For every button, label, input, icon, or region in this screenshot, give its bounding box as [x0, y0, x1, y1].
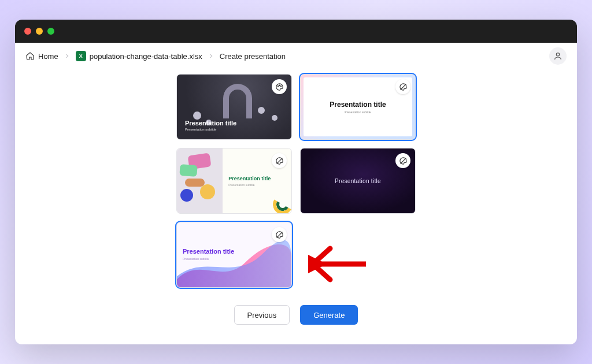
svg-point-0: [556, 53, 559, 56]
breadcrumb: Home X population-change-data-table.xlsx…: [25, 51, 549, 61]
chevron-right-icon: [64, 53, 70, 59]
template-style-badge[interactable]: [272, 227, 287, 242]
previous-button[interactable]: Previous: [234, 305, 290, 325]
minimize-window-button[interactable]: [36, 28, 43, 35]
wizard-footer: Previous Generate: [234, 296, 358, 337]
maximize-window-button[interactable]: [47, 28, 54, 35]
breadcrumb-separator: [64, 52, 70, 61]
account-button[interactable]: [549, 47, 567, 65]
template-title: Presentation title: [183, 248, 234, 255]
palette-icon: [275, 83, 284, 91]
breadcrumb-current: Create presentation: [220, 52, 286, 61]
window-titlebar: [15, 20, 577, 43]
template-subtitle: Presentation subtitle: [185, 128, 236, 131]
breadcrumb-file-label: population-change-data-table.xlsx: [90, 52, 202, 61]
window-controls: [24, 28, 54, 35]
excel-file-icon: X: [76, 51, 86, 61]
top-bar: Home X population-change-data-table.xlsx…: [15, 43, 577, 69]
breadcrumb-home[interactable]: Home: [25, 51, 58, 61]
no-style-icon: [399, 83, 408, 91]
chevron-right-icon: [208, 53, 214, 59]
template-style-badge[interactable]: [395, 79, 410, 94]
template-card-1[interactable]: Presentation title Presentation subtitle: [176, 74, 292, 140]
no-style-icon: [275, 157, 284, 165]
template-style-badge[interactable]: [395, 153, 410, 168]
content-area: Presentation title Presentation subtitle…: [15, 69, 577, 344]
template-card-4[interactable]: Presentation title: [300, 148, 416, 214]
template-title: Presentation title: [335, 178, 381, 184]
template-title: Presentation title: [228, 176, 291, 181]
app-window: Home X population-change-data-table.xlsx…: [15, 20, 577, 344]
template-grid: Presentation title Presentation subtitle…: [176, 69, 416, 288]
template-thumbnail: [177, 148, 223, 213]
svg-point-3: [280, 86, 282, 87]
template-title: Presentation title: [185, 120, 236, 127]
generate-button[interactable]: Generate: [300, 305, 358, 325]
template-title: Presentation title: [330, 101, 386, 109]
breadcrumb-separator: [208, 52, 214, 61]
template-card-3[interactable]: Presentation title Presentation subtitle: [176, 148, 292, 214]
no-style-icon: [275, 231, 284, 239]
template-style-badge[interactable]: [272, 153, 287, 168]
template-card-5[interactable]: Presentation title Presentation subtitle: [176, 222, 292, 288]
template-style-badge[interactable]: [272, 79, 287, 94]
svg-point-1: [278, 86, 279, 87]
user-icon: [553, 51, 563, 61]
close-window-button[interactable]: [24, 28, 31, 35]
home-icon: [25, 51, 35, 61]
breadcrumb-home-label: Home: [38, 52, 58, 61]
breadcrumb-file[interactable]: X population-change-data-table.xlsx: [76, 51, 202, 61]
svg-point-2: [279, 84, 280, 86]
no-style-icon: [399, 157, 408, 165]
template-subtitle: Presentation subtitle: [345, 110, 371, 114]
template-subtitle: Presentation subtitle: [183, 257, 209, 261]
template-subtitle: Presentation subtitle: [228, 183, 291, 187]
template-card-2[interactable]: Presentation title Presentation subtitle: [300, 74, 416, 140]
template-picker-panel: Presentation title Presentation subtitle…: [168, 69, 424, 296]
